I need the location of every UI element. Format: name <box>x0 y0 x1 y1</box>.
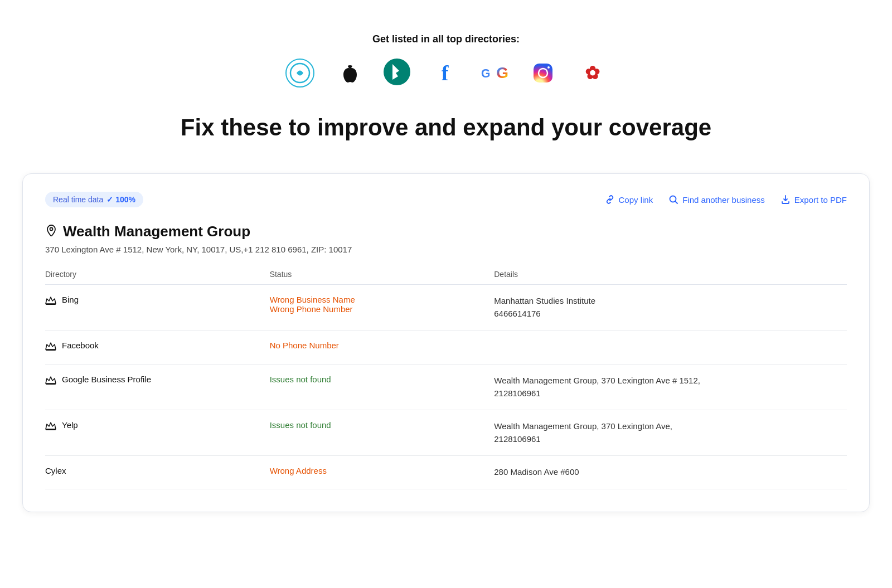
col-header-status: Status <box>270 270 495 285</box>
table-row: CylexWrong Address280 Madison Ave #600 <box>45 456 847 489</box>
crown-icon <box>45 295 56 308</box>
details-cell <box>494 331 847 365</box>
crown-icon <box>45 421 56 434</box>
top-title: Get listed in all top directories: <box>0 33 892 45</box>
directory-cell: Bing <box>45 285 270 331</box>
table-row: BingWrong Business NameWrong Phone Numbe… <box>45 285 847 331</box>
find-business-label: Find another business <box>682 195 765 205</box>
directory-table: Directory Status Details BingWrong Busin… <box>45 270 847 489</box>
status-cell: No Phone Number <box>270 331 495 365</box>
status-text: Wrong Phone Number <box>270 304 495 314</box>
status-text: Issues not found <box>270 375 495 384</box>
details-text: 6466614176 <box>494 308 847 320</box>
directory-name: Yelp <box>62 420 78 430</box>
details-text: 280 Madison Ave #600 <box>494 466 847 479</box>
details-text: 2128106961 <box>494 387 847 400</box>
svg-rect-4 <box>534 64 552 82</box>
directory-name: Bing <box>62 295 79 304</box>
details-cell: Manhattan Studies Institute6466614176 <box>494 285 847 331</box>
details-text: Manhattan Studies Institute <box>494 295 847 308</box>
svg-point-6 <box>547 66 550 69</box>
realtime-badge: Real time data ✓ 100% <box>45 192 143 207</box>
col-header-directory: Directory <box>45 270 270 285</box>
business-name: Wealth Management Group <box>63 223 250 240</box>
details-cell: Wealth Management Group, 370 Lexington A… <box>494 365 847 410</box>
svg-rect-12 <box>46 429 56 430</box>
google-icon: G G <box>479 59 508 88</box>
directory-cell: Facebook <box>45 331 270 365</box>
directory-name: Google Business Profile <box>62 375 151 384</box>
link-icon <box>605 195 615 205</box>
details-text: Wealth Management Group, 370 Lexington A… <box>494 420 847 433</box>
details-text: Wealth Management Group, 370 Lexington A… <box>494 375 847 387</box>
status-cell: Issues not found <box>270 365 495 410</box>
alexa-icon <box>285 59 314 88</box>
status-text: Wrong Address <box>270 466 495 475</box>
instagram-icon <box>529 59 558 88</box>
yelp-icon: ✿ <box>578 59 607 88</box>
location-icon <box>45 224 57 240</box>
status-cell: Issues not found <box>270 410 495 456</box>
status-cell: Wrong Address <box>270 456 495 489</box>
directory-cell: Google Business Profile <box>45 365 270 410</box>
export-icon <box>780 195 791 205</box>
status-text: Wrong Business Name <box>270 295 495 304</box>
search-icon <box>668 195 678 205</box>
svg-text:G: G <box>481 67 490 80</box>
svg-rect-9 <box>46 304 56 305</box>
crown-icon <box>45 375 56 388</box>
apple-icon <box>334 59 363 88</box>
details-text: 2128106961 <box>494 433 847 446</box>
bing-icon <box>384 59 410 88</box>
status-cell: Wrong Business NameWrong Phone Number <box>270 285 495 331</box>
business-name-row: Wealth Management Group <box>45 223 847 240</box>
status-text: Issues not found <box>270 420 495 430</box>
business-address: 370 Lexington Ave # 1512, New York, NY, … <box>45 245 847 254</box>
directory-cell: Cylex <box>45 456 270 489</box>
directory-cell: Yelp <box>45 410 270 456</box>
badge-check: ✓ 100% <box>106 195 135 204</box>
copy-link-label: Copy link <box>619 195 653 205</box>
directory-name: Cylex <box>45 466 66 475</box>
directory-name: Facebook <box>62 341 99 350</box>
export-pdf-label: Export to PDF <box>794 195 847 205</box>
col-header-details: Details <box>494 270 847 285</box>
table-row: Google Business ProfileIssues not foundW… <box>45 365 847 410</box>
badge-label: Real time data <box>53 195 103 204</box>
main-card: Real time data ✓ 100% Copy link Find ano… <box>22 173 870 512</box>
card-toolbar: Real time data ✓ 100% Copy link Find ano… <box>45 192 847 207</box>
svg-rect-11 <box>46 383 56 385</box>
copy-link-button[interactable]: Copy link <box>605 195 653 205</box>
svg-rect-10 <box>46 349 56 351</box>
svg-point-7 <box>670 196 676 202</box>
table-row: FacebookNo Phone Number <box>45 331 847 365</box>
status-text: No Phone Number <box>270 341 495 350</box>
main-heading: Fix these to improve and expand your cov… <box>0 114 892 141</box>
table-row: YelpIssues not foundWealth Management Gr… <box>45 410 847 456</box>
export-pdf-button[interactable]: Export to PDF <box>780 195 847 205</box>
directory-icons-row: f G G <box>0 59 892 88</box>
toolbar-actions: Copy link Find another business Export t… <box>605 195 847 205</box>
details-cell: 280 Madison Ave #600 <box>494 456 847 489</box>
svg-point-8 <box>50 227 53 230</box>
find-business-button[interactable]: Find another business <box>668 195 765 205</box>
facebook-icon: f <box>430 59 459 88</box>
crown-icon <box>45 341 56 354</box>
details-cell: Wealth Management Group, 370 Lexington A… <box>494 410 847 456</box>
